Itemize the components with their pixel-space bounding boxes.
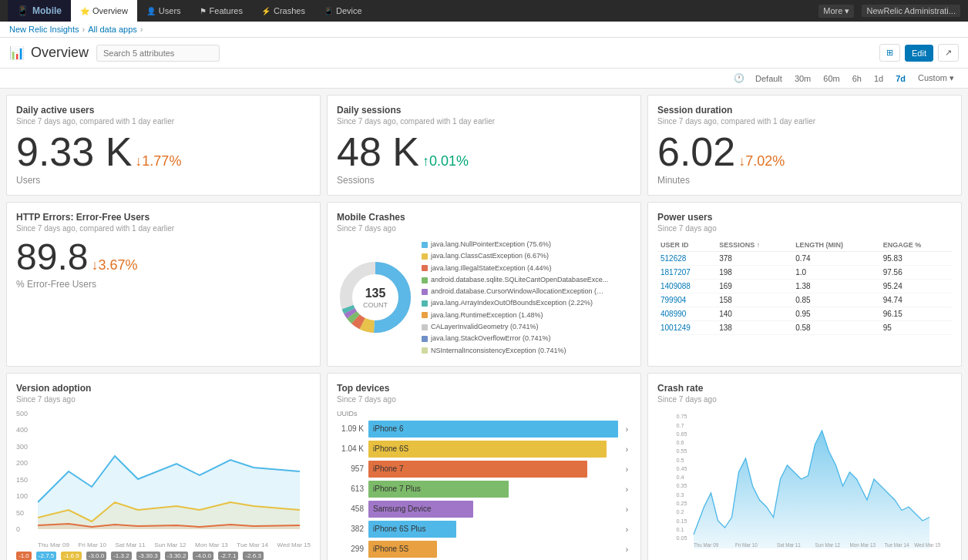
chevron-right-icon: › <box>626 424 628 433</box>
list-item[interactable]: 613 iPhone 7 Plus › <box>337 481 631 498</box>
crash-svg: 0.75 0.7 0.65 0.6 0.55 0.5 0.45 0.4 0.35… <box>657 410 952 548</box>
device-bar-container[interactable]: iPhone 7 Plus › <box>368 481 631 498</box>
legend-item: CALayerInvalidGeometry (0.741%) <box>422 321 631 333</box>
crashes-content: 135 COUNT java.lang.NullPointerException… <box>337 239 631 357</box>
user-id-cell[interactable]: 1001249 <box>657 321 716 335</box>
user-id-cell[interactable]: 799904 <box>657 293 716 307</box>
top-devices-card: Top devices Since 7 days ago UUIDs 1.09 … <box>327 373 641 560</box>
breadcrumb-home[interactable]: New Relic Insights <box>9 25 79 34</box>
time-default[interactable]: Default <box>751 72 787 85</box>
time-6h[interactable]: 6h <box>848 72 866 85</box>
svg-text:0.2: 0.2 <box>677 508 684 515</box>
mobile-icon: 📱 <box>17 5 29 16</box>
device-bar-container[interactable]: iPhone 6S › <box>368 441 631 458</box>
time-custom[interactable]: Custom ▾ <box>913 72 959 85</box>
edit-button[interactable]: Edit <box>905 45 933 62</box>
search-input[interactable] <box>96 45 220 62</box>
http-value: 89.8 <box>16 239 88 276</box>
td-title: Top devices <box>337 383 631 394</box>
time-1d[interactable]: 1d <box>869 72 888 85</box>
user-id-cell[interactable]: 1817207 <box>657 266 716 280</box>
admin-button[interactable]: NewRelic Administrati... <box>862 5 960 17</box>
engage-cell: 95 <box>880 321 952 335</box>
more-button[interactable]: More ▾ <box>818 5 854 18</box>
http-errors-card: HTTP Errors: Error-Free Users Since 7 da… <box>6 202 321 367</box>
user-id-cell[interactable]: 512628 <box>657 252 716 266</box>
device-bar-container[interactable]: iPhone 6 › <box>368 421 631 438</box>
sd-metric: 6.02 ↓7.02% <box>657 132 952 172</box>
time-30m[interactable]: 30m <box>790 72 815 85</box>
top-navigation: 📱 Mobile ⭐Overview👤Users⚑Features⚡Crashe… <box>0 0 968 22</box>
ds-value: 48 K <box>337 132 419 172</box>
list-item[interactable]: 382 iPhone 6S Plus › <box>337 521 631 538</box>
user-id-cell[interactable]: 408990 <box>657 307 716 321</box>
time-60m[interactable]: 60m <box>818 72 844 85</box>
list-item[interactable]: 299 iPhone 5S › <box>337 541 631 558</box>
device-bar: iPhone 6 <box>368 421 618 438</box>
table-row: 1409088 169 1.38 95.24 <box>657 280 952 293</box>
device-bar-container[interactable]: Samsung Device › <box>368 501 631 518</box>
breadcrumb-allapps[interactable]: All data apps <box>88 25 137 34</box>
legend-item: java.lang.NullPointerException (75.6%) <box>422 239 631 250</box>
sessions-cell: 169 <box>716 280 792 293</box>
nav-tab-overview[interactable]: ⭐Overview <box>71 0 137 22</box>
dau-subtitle: Since 7 days ago, compared with 1 day ea… <box>16 117 311 126</box>
nav-tab-crashes[interactable]: ⚡Crashes <box>252 0 314 22</box>
sessions-cell: 138 <box>716 321 792 335</box>
list-item[interactable]: 957 iPhone 7 › <box>337 461 631 478</box>
device-bar: iPhone 6S Plus <box>368 521 456 538</box>
engage-cell: 94.74 <box>880 293 952 307</box>
dashboard-top-row: Daily active users Since 7 days ago, com… <box>0 89 968 373</box>
legend-item: android.database.CursorWindowAllocationE… <box>422 286 631 297</box>
length-cell: 1.38 <box>792 280 880 293</box>
crashes-subtitle: Since 7 days ago <box>337 224 631 233</box>
sd-subtitle: Since 7 days ago, compared with 1 day ea… <box>657 117 952 126</box>
session-duration-card: Session duration Since 7 days ago, compa… <box>647 95 962 196</box>
device-name: iPhone 7 Plus <box>373 485 421 493</box>
grid-view-button[interactable]: ⊞ <box>879 44 900 62</box>
mobile-crashes-card: Mobile Crashes Since 7 days ago <box>327 202 641 367</box>
device-name: iPhone 6 <box>373 424 403 433</box>
http-subtitle: Since 7 days ago, compared with 1 day ea… <box>16 224 311 233</box>
pu-subtitle: Since 7 days ago <box>657 224 952 233</box>
time-7d[interactable]: 7d <box>891 72 910 85</box>
legend-item: java.lang.RuntimeException (1.48%) <box>422 310 631 321</box>
svg-text:Sat Mar 11: Sat Mar 11 <box>777 542 801 548</box>
device-name: iPhone 7 <box>373 464 403 473</box>
device-bar-container[interactable]: iPhone 7 › <box>368 461 631 478</box>
table-row: 512628 378 0.74 95.83 <box>657 252 952 266</box>
list-item[interactable]: 1.04 K iPhone 6S › <box>337 441 631 458</box>
crash-count-label: COUNT <box>363 301 388 310</box>
nav-tab-device[interactable]: 📱Device <box>314 0 371 22</box>
table-row: 408990 140 0.95 96.15 <box>657 307 952 321</box>
sessions-cell: 378 <box>716 252 792 266</box>
legend-item: android.database.sqlite.SQLiteCantOpenDa… <box>422 274 631 286</box>
length-cell: 0.95 <box>792 307 880 321</box>
chevron-right-icon: › <box>626 485 628 493</box>
engage-cell: 95.83 <box>880 252 952 266</box>
sessions-cell: 158 <box>716 293 792 307</box>
list-item[interactable]: 1.09 K iPhone 6 › <box>337 421 631 438</box>
user-id-cell[interactable]: 1409088 <box>657 280 716 293</box>
chevron-right-icon: › <box>626 444 628 453</box>
svg-text:0.45: 0.45 <box>677 465 687 472</box>
chevron-right-icon: › <box>626 505 628 513</box>
svg-text:0.65: 0.65 <box>677 431 687 438</box>
device-bar-container[interactable]: iPhone 5S › <box>368 541 631 558</box>
expand-button[interactable]: ↗ <box>938 44 959 62</box>
svg-text:0.55: 0.55 <box>677 448 687 454</box>
nav-tab-users[interactable]: 👤Users <box>137 0 190 22</box>
svg-text:0.5: 0.5 <box>677 456 684 463</box>
device-count: 1.04 K <box>337 444 364 453</box>
device-bar-container[interactable]: iPhone 6S Plus › <box>368 521 631 538</box>
device-name: iPhone 5S <box>373 545 408 553</box>
ds-title: Daily sessions <box>337 105 631 116</box>
nav-tab-features[interactable]: ⚑Features <box>190 0 252 22</box>
svg-text:Fri Mar 10: Fri Mar 10 <box>735 542 758 548</box>
va-y-labels: 500 400 300 200 150 100 50 0 <box>16 410 35 533</box>
nav-brand[interactable]: 📱 Mobile <box>8 0 71 22</box>
list-item[interactable]: 458 Samsung Device › <box>337 501 631 518</box>
device-name: iPhone 6S Plus <box>373 525 425 533</box>
chevron-right-icon: › <box>626 545 628 553</box>
http-unit: % Error-Free Users <box>16 279 311 290</box>
